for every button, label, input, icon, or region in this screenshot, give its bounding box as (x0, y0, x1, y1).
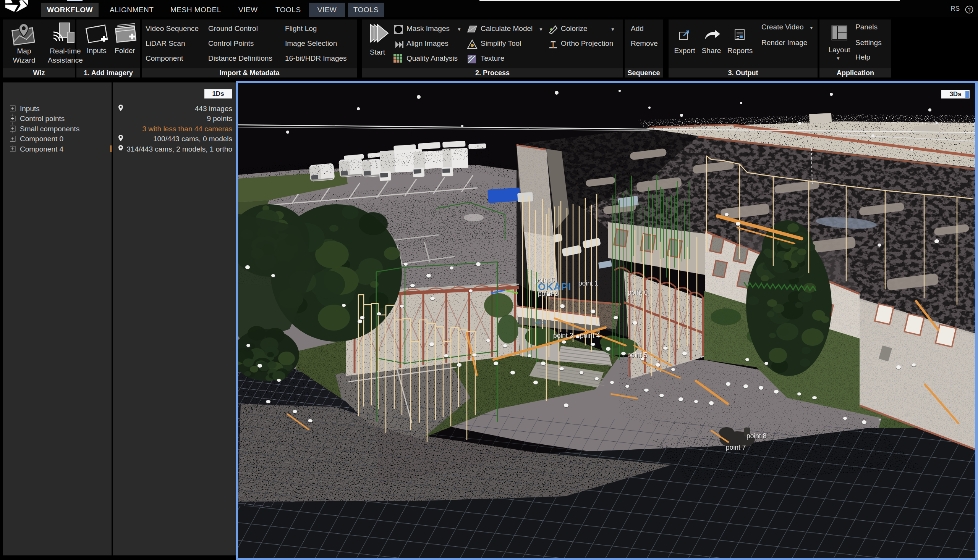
svg-text:OKAPI: OKAPI (538, 281, 571, 292)
svg-text:VRCA: VRCA (535, 320, 546, 325)
svg-text:point 6: point 6 (628, 288, 648, 296)
svg-text:point 3: point 3 (553, 332, 573, 339)
svg-text:point 7: point 7 (726, 443, 746, 451)
svg-text:point 4: point 4 (580, 332, 600, 339)
svg-text:?: ? (968, 7, 970, 13)
svg-text:point 5: point 5 (627, 351, 647, 359)
svg-text:point 1: point 1 (578, 280, 599, 287)
svg-text:point 8: point 8 (746, 432, 767, 440)
